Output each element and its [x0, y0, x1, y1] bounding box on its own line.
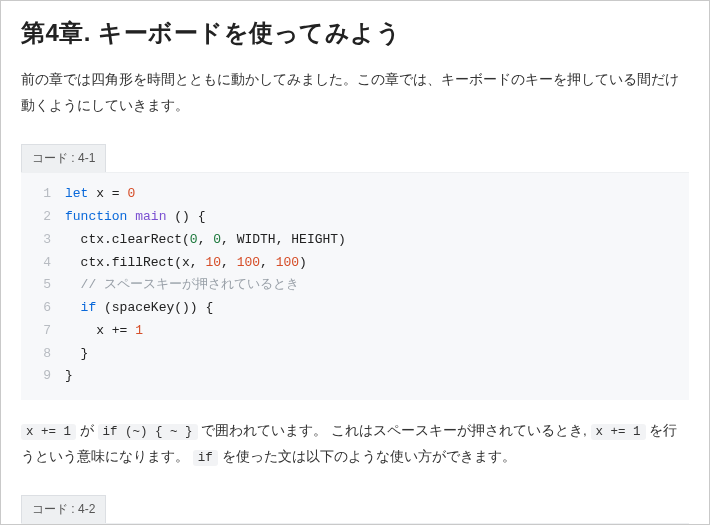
text-segment: を使った文は以下のような使い方ができます。	[218, 449, 516, 464]
inline-code: if (~) { ~ }	[98, 424, 198, 440]
line-number: 9	[21, 365, 65, 388]
inline-code: x += 1	[21, 424, 76, 440]
line-number: 7	[21, 320, 65, 343]
code-content: // スペースキーが押されているとき	[65, 274, 299, 297]
code-line: 4 ctx.fillRect(x, 10, 100, 100)	[21, 252, 689, 275]
code-content: }	[65, 365, 73, 388]
code-label-4-2: コード : 4-2	[21, 495, 106, 523]
line-number: 4	[21, 252, 65, 275]
line-number: 1	[21, 183, 65, 206]
line-number: 2	[21, 206, 65, 229]
code-content: }	[65, 343, 88, 366]
line-number: 6	[21, 297, 65, 320]
line-number: 3	[21, 229, 65, 252]
code-line: 9}	[21, 365, 689, 388]
line-number: 5	[21, 274, 65, 297]
code-line: 8 }	[21, 343, 689, 366]
code-line: 5 // スペースキーが押されているとき	[21, 274, 689, 297]
code-line: 2function main () {	[21, 206, 689, 229]
code-content: x += 1	[65, 320, 143, 343]
intro-paragraph: 前の章では四角形を時間とともに動かしてみました。この章では、キーボードのキーを押…	[21, 67, 689, 118]
code-content: let x = 0	[65, 183, 135, 206]
text-segment: が	[76, 423, 98, 438]
code-block-4-1: 1let x = 02function main () {3 ctx.clear…	[21, 172, 689, 400]
code-line: 7 x += 1	[21, 320, 689, 343]
explanation-paragraph: x += 1 が if (~) { ~ } で囲われています。 これはスペースキ…	[21, 418, 689, 471]
code-line: 3 ctx.clearRect(0, 0, WIDTH, HEIGHT)	[21, 229, 689, 252]
code-content: ctx.clearRect(0, 0, WIDTH, HEIGHT)	[65, 229, 346, 252]
chapter-title: 第4章. キーボードを使ってみよう	[21, 17, 689, 49]
code-content: ctx.fillRect(x, 10, 100, 100)	[65, 252, 307, 275]
code-label-4-1: コード : 4-1	[21, 144, 106, 172]
code-line: 1let x = 0	[21, 183, 689, 206]
inline-code: x += 1	[591, 424, 646, 440]
text-segment: で囲われています。 これはスペースキーが押されているとき,	[198, 423, 591, 438]
line-number: 8	[21, 343, 65, 366]
inline-code: if	[193, 450, 218, 466]
document-page: 第4章. キーボードを使ってみよう 前の章では四角形を時間とともに動かしてみまし…	[0, 0, 710, 525]
code-line: 6 if (spaceKey()) {	[21, 297, 689, 320]
code-content: if (spaceKey()) {	[65, 297, 213, 320]
code-content: function main () {	[65, 206, 205, 229]
